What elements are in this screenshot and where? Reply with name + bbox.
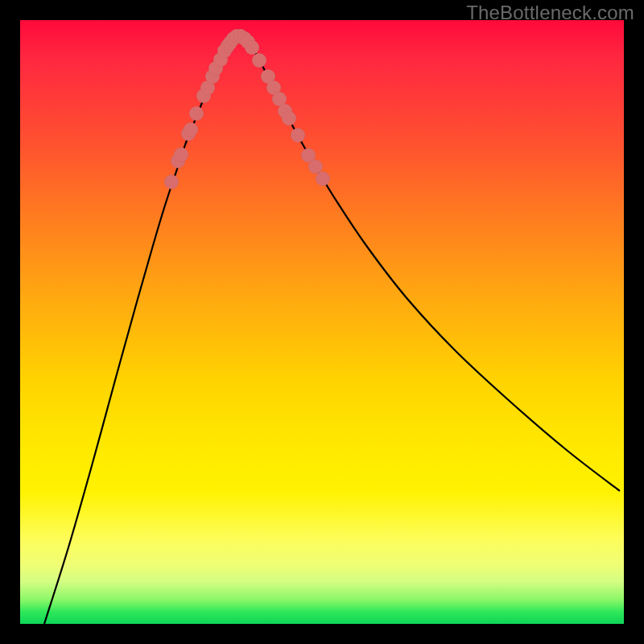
marker-dot — [164, 175, 179, 189]
marker-dot — [184, 122, 198, 137]
plot-svg — [20, 20, 624, 624]
watermark-text: TheBottleneck.com — [466, 2, 634, 24]
chart-area — [20, 20, 624, 624]
marker-dot — [252, 53, 266, 68]
marker-dots — [164, 29, 330, 189]
bottleneck-curve — [44, 36, 620, 624]
marker-dot — [189, 106, 204, 121]
marker-dot — [316, 171, 330, 186]
marker-dot — [245, 40, 259, 55]
marker-dot — [174, 147, 188, 162]
marker-dot — [282, 111, 296, 126]
marker-dot — [291, 128, 305, 142]
